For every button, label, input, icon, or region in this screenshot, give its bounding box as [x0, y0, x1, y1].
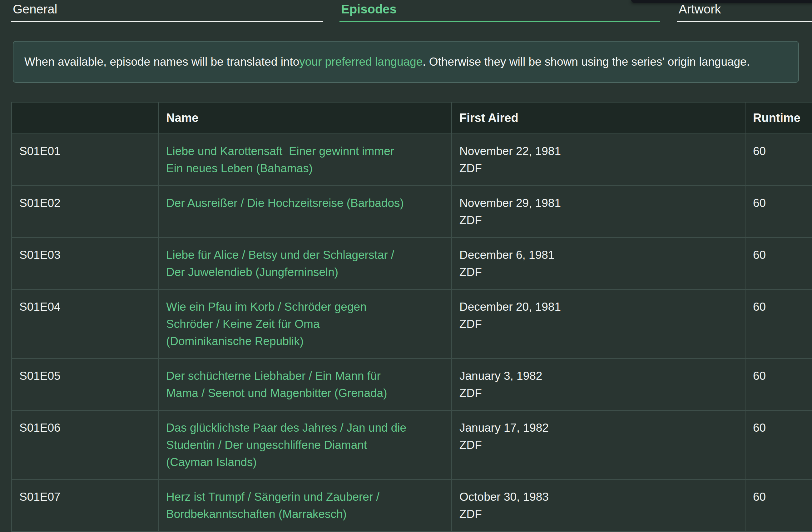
episode-first-aired-cell: November 22, 1981ZDF: [452, 134, 745, 186]
episode-first-aired-cell: December 20, 1981ZDF: [452, 290, 745, 359]
episode-link[interactable]: Der Ausreißer / Die Hochzeitsreise (Barb…: [166, 197, 404, 209]
preferred-language-link[interactable]: your preferred language: [299, 55, 423, 68]
episode-code: S01E02: [12, 186, 158, 238]
episode-first-aired-cell: January 3, 1982ZDF: [452, 359, 745, 410]
tab-episodes[interactable]: Episodes: [339, 0, 660, 22]
episode-row: S01E03Liebe für Alice / Betsy und der Sc…: [12, 238, 812, 290]
episode-code: S01E04: [12, 290, 158, 359]
notice-text-before: When available, episode names will be tr…: [24, 55, 299, 68]
episode-row: S01E07Herz ist Trumpf / Sängerin und Zau…: [12, 479, 812, 531]
episode-name-cell: Liebe und Karottensaft Einer gewinnt imm…: [158, 134, 452, 186]
episode-row: S01E05Der schüchterne Liebhaber / Ein Ma…: [12, 359, 812, 410]
episode-runtime: 60: [745, 134, 812, 186]
episode-name-cell: Der Ausreißer / Die Hochzeitsreise (Barb…: [158, 186, 452, 238]
episode-name-cell: Herz ist Trumpf / Sängerin und Zauberer …: [158, 479, 452, 531]
episode-link[interactable]: Herz ist Trumpf / Sängerin und Zauberer …: [166, 490, 379, 520]
network-name: ZDF: [460, 436, 737, 453]
notice-text-after: . Otherwise they will be shown using the…: [423, 55, 750, 68]
first-aired-date: December 20, 1981: [460, 298, 737, 316]
episode-link[interactable]: Wie ein Pfau im Korb / Schröder gegen Sc…: [166, 300, 367, 348]
episode-runtime: 60: [745, 479, 812, 531]
first-aired-date: November 29, 1981: [460, 194, 737, 212]
network-name: ZDF: [460, 212, 737, 229]
tab-artwork[interactable]: Artwork: [677, 0, 812, 22]
network-name: ZDF: [460, 384, 737, 402]
episode-code: S01E07: [12, 479, 158, 531]
episode-runtime: 60: [745, 238, 812, 290]
episode-name-cell: Der schüchterne Liebhaber / Ein Mann für…: [158, 359, 452, 410]
col-header-first-aired: First Aired: [452, 102, 745, 134]
episode-name-cell: Liebe für Alice / Betsy und der Schlager…: [158, 238, 452, 290]
col-header-episode-code: [12, 102, 158, 134]
episode-code: S01E05: [12, 359, 158, 410]
col-header-runtime: Runtime: [745, 102, 812, 134]
episode-runtime: 60: [745, 410, 812, 479]
network-name: ZDF: [460, 264, 737, 281]
first-aired-date: January 17, 1982: [460, 419, 737, 436]
first-aired-date: January 3, 1982: [460, 367, 737, 384]
network-name: ZDF: [460, 505, 737, 523]
network-name: ZDF: [460, 160, 737, 177]
episode-link[interactable]: Das glücklichste Paar des Jahres / Jan u…: [166, 421, 406, 468]
episode-first-aired-cell: October 30, 1983ZDF: [452, 479, 745, 531]
translation-notice: When available, episode names will be tr…: [13, 41, 799, 83]
first-aired-date: November 22, 1981: [460, 142, 737, 160]
episode-code: S01E06: [12, 410, 158, 479]
episode-runtime: 60: [745, 359, 812, 410]
episode-link[interactable]: Liebe für Alice / Betsy und der Schlager…: [166, 249, 394, 279]
episode-first-aired-cell: November 29, 1981ZDF: [452, 186, 745, 238]
episode-runtime: 60: [745, 186, 812, 238]
episodes-table-body: S01E01Liebe und Karottensaft Einer gewin…: [12, 134, 812, 531]
episode-row: S01E01Liebe und Karottensaft Einer gewin…: [12, 134, 812, 186]
episodes-table: NameFirst AiredRuntime S01E01Liebe und K…: [11, 102, 812, 532]
episode-first-aired-cell: December 6, 1981ZDF: [452, 238, 745, 290]
episode-code: S01E01: [12, 134, 158, 186]
network-name: ZDF: [460, 316, 737, 333]
col-header-name: Name: [158, 102, 452, 134]
episode-link[interactable]: Liebe und Karottensaft Einer gewinnt imm…: [166, 145, 394, 175]
episode-name-cell: Wie ein Pfau im Korb / Schröder gegen Sc…: [158, 290, 452, 359]
episodes-header-row: NameFirst AiredRuntime: [12, 102, 812, 134]
episode-runtime: 60: [745, 290, 812, 359]
episode-code: S01E03: [12, 238, 158, 290]
episode-row: S01E02Der Ausreißer / Die Hochzeitsreise…: [12, 186, 812, 238]
tab-general[interactable]: General: [11, 0, 323, 22]
episode-name-cell: Das glücklichste Paar des Jahres / Jan u…: [158, 410, 452, 479]
first-aired-date: October 30, 1983: [460, 488, 737, 505]
first-aired-date: December 6, 1981: [460, 246, 737, 264]
episode-link[interactable]: Der schüchterne Liebhaber / Ein Mann für…: [166, 369, 387, 400]
episode-first-aired-cell: January 17, 1982ZDF: [452, 410, 745, 479]
episode-row: S01E04Wie ein Pfau im Korb / Schröder ge…: [12, 290, 812, 359]
episode-row: S01E06Das glücklichste Paar des Jahres /…: [12, 410, 812, 479]
